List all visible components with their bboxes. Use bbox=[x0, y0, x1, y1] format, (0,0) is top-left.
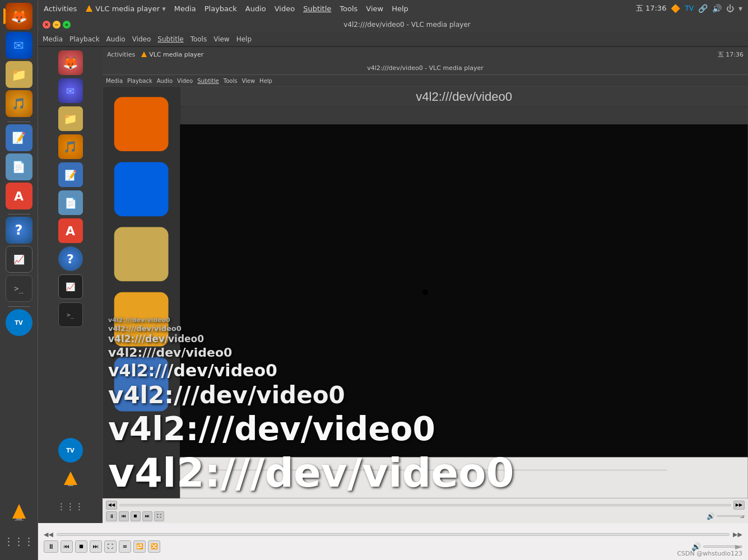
menu-video[interactable]: Video bbox=[275, 4, 295, 13]
taskbar-icon-files[interactable]: 📁 bbox=[6, 61, 32, 88]
inner-menu-subtitle: Subtitle bbox=[197, 78, 219, 84]
menu-view[interactable]: View bbox=[366, 4, 383, 13]
vlc-menu-audio[interactable]: Audio bbox=[106, 35, 126, 43]
inner-progress-right: ▶▶ bbox=[733, 501, 745, 510]
taskbar-icon-help[interactable]: ? bbox=[6, 217, 32, 244]
loop-button[interactable]: 🔁 bbox=[133, 540, 146, 553]
taskbar-separator-2 bbox=[8, 214, 30, 214]
inner-icon-vlc bbox=[58, 466, 83, 491]
inner-sidebar: 🦊 ✉ 📁 🎵 📝 📄 A ? 📈 >_ TV ⋮⋮⋮ bbox=[38, 47, 103, 523]
inner-vlc-indicator: VLC media player bbox=[141, 51, 203, 58]
fullscreen-button[interactable]: ⛶ bbox=[104, 540, 117, 553]
vlc-outer-window: ✕ − + v4l2:///dev/video0 - VLC media pla… bbox=[38, 17, 748, 560]
vlc-titlebar: ✕ − + v4l2:///dev/video0 - VLC media pla… bbox=[38, 17, 748, 32]
inner-buttons-row: ⏸ ⏮ ⏹ ⏭ ⛶ 🔊 bbox=[106, 511, 745, 521]
svg-marker-3 bbox=[86, 5, 92, 12]
inner-top-bar: Activities VLC media player 五 17:36 bbox=[103, 47, 748, 62]
close-button[interactable]: ✕ bbox=[43, 21, 50, 29]
minimize-button[interactable]: − bbox=[53, 21, 61, 29]
vlc-menu-media[interactable]: Media bbox=[43, 35, 63, 43]
tray-icon-power[interactable]: ⏻ bbox=[726, 4, 734, 13]
taskbar-icon-sysmon[interactable]: 📈 bbox=[6, 246, 32, 273]
inner-icon-text: 📄 bbox=[58, 190, 83, 215]
watermark: CSDN @whstudio123 bbox=[677, 550, 742, 557]
shuffle-button[interactable]: 🔀 bbox=[148, 540, 160, 553]
svg-marker-4 bbox=[64, 472, 77, 485]
maximize-button[interactable]: + bbox=[63, 21, 71, 29]
tray-icon-network: 🔗 bbox=[698, 4, 708, 13]
taskbar-icon-appinstall[interactable]: A bbox=[6, 183, 32, 209]
taskbar-icon-thunderbird[interactable]: ✉ bbox=[6, 32, 32, 59]
inner-icon-appinstall: A bbox=[58, 218, 83, 243]
time-display: 五 17:36 bbox=[636, 3, 667, 13]
inner-icon-files: 📁 bbox=[58, 106, 83, 131]
inner-menu-audio: Audio bbox=[157, 78, 173, 84]
prev-button[interactable]: ⏮ bbox=[61, 540, 73, 553]
inner-next-btn[interactable]: ⏭ bbox=[142, 511, 152, 521]
inner-menu-media: Media bbox=[106, 78, 123, 84]
inner-icon-terminal: >_ bbox=[58, 302, 83, 327]
inner-fullscreen-btn[interactable]: ⛶ bbox=[154, 511, 164, 521]
tray-icon-volume[interactable]: 🔊 bbox=[712, 4, 722, 13]
inner-progress-bar[interactable] bbox=[119, 504, 731, 506]
menu-playback[interactable]: Playback bbox=[205, 4, 237, 13]
inner-icon-thunderbird: ✉ bbox=[58, 78, 83, 103]
vlc-menu-subtitle[interactable]: Subtitle bbox=[157, 35, 183, 43]
vlc-window-buttons: ✕ − + bbox=[43, 21, 71, 29]
taskbar-icon-teamviewer[interactable]: TV bbox=[6, 309, 32, 336]
pause-button[interactable]: ⏸ bbox=[44, 540, 58, 553]
inner-icon-appsgrid: ⋮⋮⋮ bbox=[58, 494, 83, 519]
svg-rect-5 bbox=[68, 485, 73, 486]
tray-icon-tv: TV bbox=[685, 4, 694, 12]
time-right-icon: ▶▶ bbox=[733, 531, 742, 538]
taskbar-icon-text[interactable]: 📄 bbox=[6, 153, 32, 180]
vlc-menu-view[interactable]: View bbox=[213, 35, 229, 43]
recursive-video-area: v4l2:///dev/video0 v4l2:///dev/video0 v4… bbox=[103, 86, 748, 498]
activities-text[interactable]: Activities bbox=[44, 4, 77, 13]
inner-prev-btn[interactable]: ⏮ bbox=[119, 511, 129, 521]
taskbar-left: 🦊 ✉ 📁 🎵 📝 📄 A ? 📈 >_ TV ⋮⋮⋮ bbox=[0, 0, 38, 560]
tray-icon-settings[interactable]: ▾ bbox=[738, 4, 742, 13]
taskbar-icon-vlc[interactable] bbox=[6, 498, 32, 525]
taskbar-icon-apps-grid[interactable]: ⋮⋮⋮ bbox=[6, 528, 32, 554]
inner-stop-btn[interactable]: ⏹ bbox=[131, 511, 141, 521]
volume-slider[interactable] bbox=[703, 545, 742, 548]
menu-help[interactable]: Help bbox=[392, 4, 408, 13]
vlc-menu-help[interactable]: Help bbox=[236, 35, 252, 43]
inner-menu-playback: Playback bbox=[127, 78, 152, 84]
inner-menu-tools: Tools bbox=[224, 78, 238, 84]
inner-vlc-titlebar: v4l2:///dev/video0 - VLC media player bbox=[103, 62, 748, 75]
next-button[interactable]: ⏭ bbox=[90, 540, 102, 553]
progress-bar[interactable] bbox=[57, 533, 730, 536]
svg-marker-6 bbox=[141, 52, 147, 57]
playlist-button[interactable]: ≡ bbox=[119, 540, 131, 553]
taskbar-icon-rhythmbox[interactable]: 🎵 bbox=[6, 90, 32, 117]
system-bar-left: Activities VLC media player ▾ Media Play… bbox=[44, 4, 636, 13]
inner-icon-rhythmbox: 🎵 bbox=[58, 134, 83, 159]
vlc-video-area: 🦊 ✉ 📁 🎵 📝 📄 A ? 📈 >_ TV ⋮⋮⋮ bbox=[38, 47, 748, 523]
menu-tools[interactable]: Tools bbox=[340, 4, 357, 13]
inner-volume-bar[interactable] bbox=[717, 515, 745, 517]
inner-menu-help: Help bbox=[259, 78, 272, 84]
svg-marker-0 bbox=[12, 504, 26, 519]
inner-progress-row: ◀◀ ▶▶ bbox=[106, 501, 745, 510]
vlc-menu-video[interactable]: Video bbox=[132, 35, 151, 43]
menu-subtitle[interactable]: Subtitle bbox=[303, 4, 331, 13]
system-top-bar: Activities VLC media player ▾ Media Play… bbox=[38, 0, 748, 17]
stop-button[interactable]: ⏹ bbox=[75, 540, 87, 553]
vlc-menu-playback[interactable]: Playback bbox=[69, 35, 100, 43]
menu-audio[interactable]: Audio bbox=[245, 4, 266, 13]
inner-icon-help: ? bbox=[58, 246, 83, 271]
inner-icon-sysmon: 📈 bbox=[58, 274, 83, 299]
time-left-icon: ◀◀ bbox=[44, 531, 53, 538]
inner-pause-btn[interactable]: ⏸ bbox=[106, 511, 117, 521]
menu-media[interactable]: Media bbox=[174, 4, 196, 13]
taskbar-icon-terminal[interactable]: >_ bbox=[6, 275, 32, 302]
vlc-menu-tools[interactable]: Tools bbox=[191, 35, 207, 43]
taskbar-icon-firefox[interactable]: 🦊 bbox=[6, 3, 32, 30]
buttons-row: ⏸ ⏮ ⏹ ⏭ ⛶ ≡ 🔁 🔀 🔊 bbox=[44, 540, 742, 553]
inner-vlc-menu: Media Playback Audio Video Subtitle Tool… bbox=[103, 75, 748, 86]
progress-row: ◀◀ ▶▶ bbox=[44, 531, 742, 538]
taskbar-icon-writer[interactable]: 📝 bbox=[6, 124, 32, 151]
vlc-controls-bar: ◀◀ ▶▶ ⏸ ⏮ ⏹ ⏭ ⛶ ≡ 🔁 🔀 🔊 bbox=[38, 523, 748, 560]
